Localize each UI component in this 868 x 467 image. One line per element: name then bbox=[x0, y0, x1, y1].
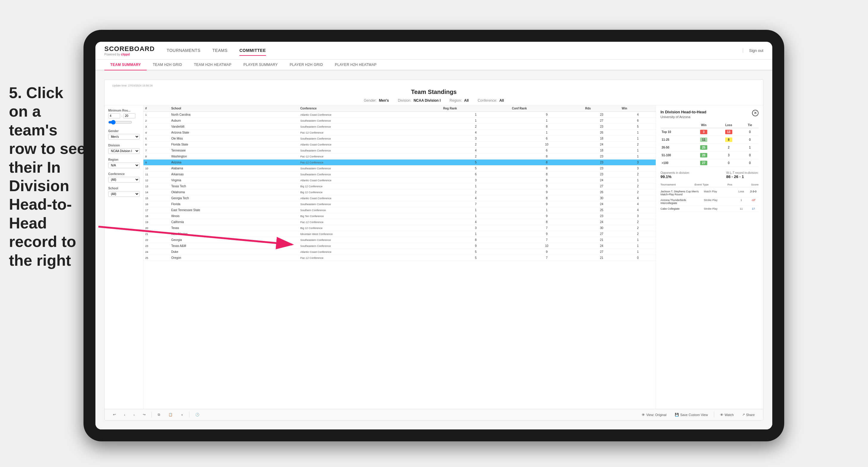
copy-button[interactable]: ⧉ bbox=[155, 411, 162, 418]
h2h-header: In Division Head-to-Head University of A… bbox=[660, 110, 758, 119]
top-nav: SCOREBOARD Powered by clippd TOURNAMENTS… bbox=[95, 42, 772, 60]
table-row[interactable]: 16 Florida Southeastern Conference 7 9 2… bbox=[144, 201, 656, 207]
min-rounds-min-input[interactable] bbox=[108, 113, 120, 118]
table-row[interactable]: 21 New Mexico Mountain West Conference 1… bbox=[144, 231, 656, 237]
table-row: Top 10 3 13 0 bbox=[660, 128, 758, 136]
nav-teams[interactable]: TEAMS bbox=[212, 45, 227, 56]
table-row[interactable]: 12 Virginia Atlantic Coast Conference 3 … bbox=[144, 178, 656, 183]
subnav-team-summary[interactable]: TEAM SUMMARY bbox=[104, 60, 147, 70]
region-filter-label: Region bbox=[108, 158, 140, 161]
filter-group-min-rounds: Minimum Rou... - bbox=[108, 109, 140, 125]
subnav-team-h2h-heatmap[interactable]: TEAM H2H HEATMAP bbox=[188, 60, 237, 70]
logo-sub: Powered by clippd bbox=[104, 53, 155, 56]
table-row[interactable]: 6 Florida State Atlantic Coast Conferenc… bbox=[144, 142, 656, 148]
panel-header: Update time: 27/03/2024 16:56:26 Team St… bbox=[105, 80, 763, 105]
watch-button[interactable]: 👁 Watch bbox=[718, 412, 736, 418]
table-row[interactable]: 17 East Tennessee State Southern Confere… bbox=[144, 207, 656, 213]
subnav-team-h2h-grid[interactable]: TEAM H2H GRID bbox=[147, 60, 188, 70]
table-row[interactable]: 3 Vanderbilt Southeastern Conference 2 8… bbox=[144, 124, 656, 130]
min-rounds-slider[interactable] bbox=[108, 120, 132, 125]
table-row[interactable]: 10 Alabama Southeastern Conference 5 8 2… bbox=[144, 165, 656, 172]
clock-button[interactable]: 🕐 bbox=[193, 411, 202, 418]
list-item: Arizona Thunderbirds Intercollegiate Str… bbox=[660, 197, 758, 206]
sign-out-button[interactable]: Sign out bbox=[743, 48, 763, 53]
filter-division: Division: NCAA Division I bbox=[398, 98, 441, 102]
table-row[interactable]: 18 Illinois Big Ten Conference 1 9 23 3 bbox=[144, 213, 656, 219]
h2h-table: Win Loss Tie Top 10 3 13 0 bbox=[660, 122, 758, 167]
gender-filter-label: Gender bbox=[108, 129, 140, 133]
division-filter-label: Division bbox=[108, 144, 140, 147]
division-select[interactable]: NCAA Division I bbox=[108, 148, 140, 154]
content-panel: Update time: 27/03/2024 16:56:26 Team St… bbox=[104, 79, 763, 421]
table-row[interactable]: 1 North Carolina Atlantic Coast Conferen… bbox=[144, 112, 656, 118]
h2h-title: In Division Head-to-Head bbox=[660, 110, 706, 114]
table-row[interactable]: 14 Oklahoma Big 12 Conference 2 9 26 2 bbox=[144, 189, 656, 195]
paste-button[interactable]: 📋 bbox=[166, 411, 175, 418]
share-button[interactable]: ↗ Share bbox=[740, 411, 757, 418]
annotation-text: 5. Click on a team's row to see their In… bbox=[9, 84, 87, 270]
school-filter-label: School bbox=[108, 187, 140, 190]
region-select[interactable]: N/A bbox=[108, 162, 140, 168]
undo-button[interactable]: ↩ bbox=[111, 411, 118, 418]
table-row[interactable]: 11 Arkansas Southeastern Conference 6 8 … bbox=[144, 172, 656, 178]
update-time: Update time: 27/03/2024 16:56:26 bbox=[112, 84, 755, 87]
nav-tournaments[interactable]: TOURNAMENTS bbox=[167, 45, 200, 56]
toolbar-sep-3 bbox=[714, 412, 714, 418]
col-school: School bbox=[169, 105, 299, 112]
subnav-player-h2h-heatmap[interactable]: PLAYER H2H HEATMAP bbox=[329, 60, 382, 70]
tablet-shell: SCOREBOARD Powered by clippd TOURNAMENTS… bbox=[84, 30, 784, 441]
filter-group-region: Region N/A bbox=[108, 158, 140, 168]
table-row[interactable]: 25 Oregon Pac-12 Conference 5 7 21 0 bbox=[144, 255, 656, 261]
step-back-button[interactable]: ‹ bbox=[122, 412, 128, 418]
toolbar-sep-2 bbox=[189, 412, 189, 418]
table-row[interactable]: 23 Texas A&M Southeastern Conference 9 1… bbox=[144, 243, 656, 249]
standings-table: # School Conference Reg Rank Conf Rank R… bbox=[144, 105, 656, 261]
subnav-player-summary[interactable]: PLAYER SUMMARY bbox=[237, 60, 284, 70]
table-row[interactable]: 4 Arizona State Pac-12 Conference 4 1 26… bbox=[144, 130, 656, 136]
nav-links: TOURNAMENTS TEAMS COMMITTEE bbox=[167, 45, 743, 56]
opponents-label: Opponents in division: bbox=[660, 171, 690, 175]
step-forward-button[interactable]: › bbox=[131, 412, 137, 418]
save-custom-view-button[interactable]: 💾 Save Custom View bbox=[672, 411, 710, 418]
add-button[interactable]: + bbox=[179, 412, 185, 418]
table-row: >100 27 0 0 bbox=[660, 159, 758, 167]
view-original-button[interactable]: 👁 View: Original bbox=[639, 412, 669, 418]
min-rounds-label: Minimum Rou... bbox=[108, 109, 140, 112]
col-rds: Rds bbox=[584, 105, 620, 112]
tablet-screen: SCOREBOARD Powered by clippd TOURNAMENTS… bbox=[95, 42, 772, 429]
logo: SCOREBOARD bbox=[104, 45, 155, 53]
table-row[interactable]: 7 Tennessee Southeastern Conference 4 6 … bbox=[144, 148, 656, 154]
list-item: Jackson T. Stephens Cup Men's Match-Play… bbox=[660, 189, 758, 197]
subnav-player-h2h-grid[interactable]: PLAYER H2H GRID bbox=[284, 60, 329, 70]
col-conf-rank: Conf Rank bbox=[510, 105, 584, 112]
filter-region: Region: All bbox=[450, 98, 469, 102]
filter-group-school: School (All) bbox=[108, 187, 140, 197]
table-row[interactable]: 13 Texas Tech Big 12 Conference 1 9 27 2 bbox=[144, 183, 656, 189]
gender-select[interactable]: Men's bbox=[108, 134, 140, 139]
table-row[interactable]: 15 Georgia Tech Atlantic Coast Conferenc… bbox=[144, 195, 656, 201]
table-row[interactable]: 24 Duke Atlantic Coast Conference 5 9 27… bbox=[144, 249, 656, 255]
conference-select[interactable]: (All) bbox=[108, 177, 140, 183]
table-row[interactable]: 5 Ole Miss Southeastern Conference 3 6 1… bbox=[144, 136, 656, 142]
tournament-section: Tournament Event Type Pos Score Jackson … bbox=[660, 183, 758, 212]
tournament-header: Tournament Event Type Pos Score bbox=[660, 183, 758, 187]
table-row: 51-100 20 3 0 bbox=[660, 152, 758, 159]
table-row[interactable]: 20 Texas Big 12 Conference 3 7 30 2 bbox=[144, 225, 656, 231]
redo-button[interactable]: ↪ bbox=[141, 411, 148, 418]
table-row[interactable]: 22 Georgia Southeastern Conference 8 7 2… bbox=[144, 237, 656, 243]
table-row[interactable]: 9 Arizona Pac-12 Conference 5 8 23 3 bbox=[144, 160, 656, 165]
h2h-stats: Opponents in division: 99.1% W-L-T recor… bbox=[660, 171, 758, 179]
min-rounds-max-input[interactable] bbox=[123, 113, 135, 118]
col-reg-rank: Reg Rank bbox=[441, 105, 510, 112]
nav-committee[interactable]: COMMITTEE bbox=[240, 45, 266, 56]
school-select[interactable]: (All) bbox=[108, 191, 140, 197]
h2h-close-button[interactable]: ✕ bbox=[752, 110, 758, 116]
table-row[interactable]: 2 Auburn Southeastern Conference 1 1 27 … bbox=[144, 118, 656, 124]
h2h-col-range bbox=[660, 122, 691, 128]
wlt-value: 86 - 26 - 1 bbox=[726, 175, 758, 179]
panel-body: Minimum Rou... - Gender Men's bbox=[105, 105, 763, 409]
filter-group-conference: Conference (All) bbox=[108, 173, 140, 183]
bottom-toolbar: ↩ ‹ › ↪ ⧉ 📋 + 🕐 👁 View: Original bbox=[105, 409, 763, 420]
table-row[interactable]: 19 California Pac-12 Conference 4 8 24 2 bbox=[144, 219, 656, 225]
table-row[interactable]: 8 Washington Pac-12 Conference 2 8 23 1 bbox=[144, 154, 656, 160]
